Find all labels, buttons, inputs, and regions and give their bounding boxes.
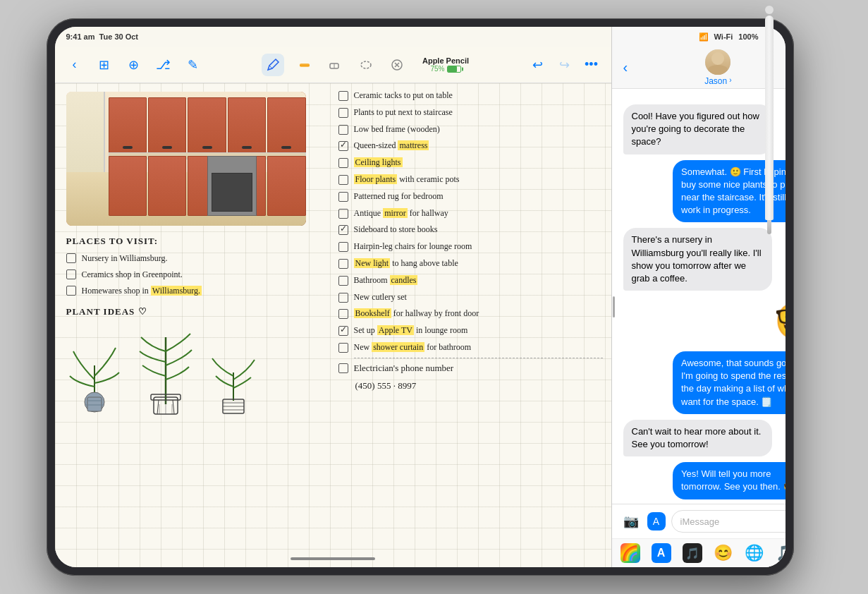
checklist-cb-8[interactable] [338, 225, 348, 235]
checklist-cb-14[interactable] [338, 326, 348, 336]
checklist-cb-15[interactable] [338, 343, 348, 353]
split-view: ‹ ⊞ ⊕ ⎇ ✎ [55, 47, 786, 567]
lasso-tool-button[interactable] [355, 54, 377, 76]
tray-photos-icon[interactable]: 🌈 [621, 543, 640, 563]
apple-pencil [764, 6, 774, 231]
checklist-text-12: New cutlery set [354, 291, 407, 303]
checklist-text-0: Ceramic tacks to put on table [354, 90, 453, 102]
checklist-cb-10[interactable] [338, 259, 348, 269]
app-tray: 🌈 A 🎵 😊 🌐 🎵 [612, 538, 786, 567]
close-tool-button[interactable] [386, 54, 408, 76]
checklist-text-5: Floor plants with ceramic pots [354, 174, 460, 186]
checklist-cb-13[interactable] [338, 309, 348, 319]
kitchen-scene [66, 92, 306, 226]
svg-rect-10 [87, 397, 102, 411]
avatar-body [708, 65, 728, 75]
lower-cabinet-1 [109, 156, 147, 216]
cabinet-3 [188, 97, 226, 154]
notes-pane: ‹ ⊞ ⊕ ⎇ ✎ [55, 47, 612, 567]
hl-light: New light [354, 258, 391, 268]
pen-tool-button[interactable] [262, 54, 284, 76]
more-button[interactable]: ••• [580, 54, 603, 76]
toolbar-center: Apple Pencil 75% [210, 54, 521, 76]
place-text-3: Homewares shop in Williamsburg. [82, 285, 202, 297]
message-row-6: Can't wait to hear more about it. See yo… [623, 420, 786, 456]
checklist-cb-5[interactable] [338, 175, 348, 185]
tray-music-icon[interactable]: 🎵 [683, 543, 702, 563]
checklist-cb-0[interactable] [338, 91, 348, 101]
notes-toolbar: ‹ ⊞ ⊕ ⎇ ✎ [55, 47, 611, 83]
checklist-row-5: Floor plants with ceramic pots [338, 173, 603, 186]
checklist-text-16: Electrician's phone number [354, 362, 454, 375]
checklist-cb-12[interactable] [338, 293, 348, 303]
checklist-text-1: Plants to put next to staircase [354, 107, 453, 119]
eraser-tool-button[interactable] [324, 54, 346, 76]
checklist-row-0: Ceramic tacks to put on table [338, 89, 603, 102]
checklist-text-15: New shower curtain for bathroom [354, 341, 472, 353]
messages-back-button[interactable]: ‹ [623, 59, 628, 75]
checklist-cb-11[interactable] [338, 276, 348, 286]
checklist-row-7: Antique mirror for hallway [338, 207, 603, 220]
checklist-row-4: Ceiling lights [338, 156, 603, 169]
checklist-cb-16[interactable] [338, 363, 348, 373]
oven [207, 156, 257, 216]
message-row-2: Somewhat. 🙂 First hoping to buy some nic… [623, 160, 786, 223]
checklist-cb-7[interactable] [338, 209, 348, 219]
messages-contact-info: Jason › [635, 49, 785, 86]
checklist-text-9: Hairpin-leg chairs for lounge room [354, 241, 472, 253]
place-checkbox-1[interactable] [66, 253, 76, 263]
appstore-button[interactable]: A [647, 512, 666, 531]
checklist-text-8: Sideboard to store books [354, 224, 438, 236]
messages-content[interactable]: Cool! Have you figured out how you're go… [612, 89, 786, 504]
checklist-cb-2[interactable] [338, 125, 348, 135]
bubble-received-1: Cool! Have you figured out how you're go… [623, 104, 773, 154]
undo-button[interactable]: ↩ [527, 54, 549, 76]
wifi-label: Wi-Fi [714, 32, 733, 41]
message-row-3: There's a nursery in Williamsburg you'll… [623, 228, 786, 291]
pencil-battery: 75% [430, 65, 460, 73]
scroll-indicator [291, 557, 375, 560]
notes-right-panel: Ceramic tacks to put on table Plants to … [330, 83, 611, 567]
branch-button[interactable]: ⎇ [152, 54, 175, 76]
checklist-cb-1[interactable] [338, 108, 348, 118]
checklist-text-3: Queen-sized mattress [354, 140, 429, 152]
tray-appstore-icon[interactable]: A [652, 543, 671, 563]
plant-svg-2 [134, 323, 197, 415]
place-text-2: Ceramics shop in Greenpoint. [82, 269, 183, 281]
checklist-text-2: Low bed frame (wooden) [354, 123, 440, 135]
hl-bookshelf: Bookshelf [354, 308, 391, 318]
checklist-cb-3[interactable] [338, 141, 348, 151]
place-checkbox-2[interactable] [66, 269, 76, 279]
checklist-row-16: Electrician's phone number [338, 361, 603, 375]
message-input[interactable]: iMessage [671, 510, 786, 533]
back-button[interactable]: ‹ [63, 54, 86, 76]
camera-button[interactable]: 📷 [621, 511, 642, 532]
edit-button[interactable]: ✎ [182, 54, 204, 76]
checklist-cb-6[interactable] [338, 192, 348, 202]
grid-button[interactable]: ⊞ [93, 54, 116, 76]
upper-cabinets [109, 97, 306, 154]
redo-button[interactable]: ↪ [554, 54, 576, 76]
add-button[interactable]: ⊕ [123, 54, 145, 76]
plant-title: PLANT IDEAS ♡ [66, 306, 319, 317]
tray-globe-icon[interactable]: 🌐 [745, 543, 764, 563]
checklist-cb-4[interactable] [338, 158, 348, 168]
place-item-3: Homewares shop in Williamsburg. [66, 285, 319, 297]
contact-name-row[interactable]: Jason › [704, 75, 731, 86]
toolbar-right: ↩ ↪ ••• [527, 54, 603, 76]
checklist-cb-9[interactable] [338, 242, 348, 252]
checklist-row-12: New cutlery set [338, 291, 603, 304]
checklist-row-6: Patterned rug for bedroom [338, 190, 603, 203]
pencil-battery-icon [447, 66, 461, 73]
cabinet-5 [267, 97, 305, 154]
memoji-bubble: 🤓 [773, 296, 786, 346]
tray-emoji-icon[interactable]: 😊 [714, 543, 733, 563]
svg-line-16 [157, 400, 159, 414]
place-checkbox-3[interactable] [66, 286, 76, 296]
pencil-tip [767, 220, 771, 234]
tray-music2-icon[interactable]: 🎵 [776, 543, 786, 563]
place-item-1: Nursery in Williamsburg. [66, 253, 319, 265]
checklist-row-8: Sideboard to store books [338, 223, 603, 236]
checklist-row-13: Bookshelf for hallway by front door [338, 307, 603, 320]
marker-tool-button[interactable] [293, 54, 315, 76]
